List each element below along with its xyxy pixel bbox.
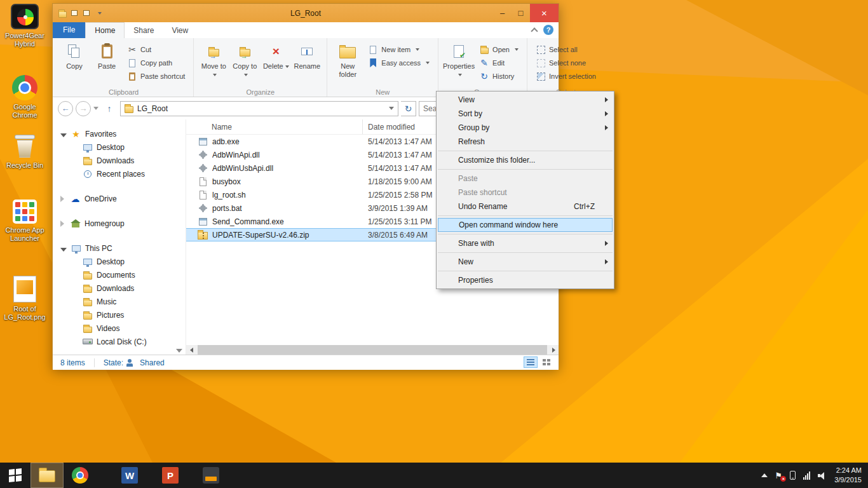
taskbar-chrome-button[interactable] [64,463,97,488]
device-icon[interactable] [790,471,796,480]
scroll-left-icon[interactable] [186,345,196,355]
horizontal-scrollbar[interactable] [186,345,559,355]
sidebar-item-pc-music[interactable]: Music [53,295,186,308]
sidebar-item-pc-local-disk[interactable]: Local Disk (C:) [53,335,186,348]
sidebar-item-pc-videos[interactable]: Videos [53,322,186,335]
minimize-button[interactable]: – [493,4,512,22]
tab-home[interactable]: Home [85,22,125,38]
edit-button[interactable]: ✎ Edit [476,57,522,69]
tab-share[interactable]: Share [125,23,163,38]
action-center-flag-icon[interactable]: ⚑× [775,471,783,480]
app-launcher-icon [13,200,37,224]
forward-button[interactable]: → [76,101,91,116]
network-icon[interactable] [803,471,810,480]
paste-button[interactable]: Paste [92,40,122,71]
maximize-button[interactable]: □ [512,4,530,22]
expander-icon[interactable] [60,220,66,227]
invert-selection-icon [536,71,546,81]
rename-button[interactable]: Rename [292,40,322,71]
sidebar-item-pc-documents[interactable]: Documents [53,268,186,281]
show-hidden-icons-button[interactable] [761,473,768,477]
up-button[interactable]: ↑ [101,101,118,116]
taskbar-powerpoint-button[interactable]: P [154,463,187,488]
sidebar-item-pc-desktop[interactable]: Desktop [53,255,186,268]
new-item-button[interactable]: New item [365,43,433,56]
delete-button[interactable]: × Delete [261,40,290,71]
context-menu-item-open-command-window-here[interactable]: Open command window here [438,218,613,232]
desktop-icon-lgroot-png[interactable]: Root of LG_Root.png [1,276,48,322]
refresh-button[interactable]: ↻ [401,101,416,116]
taskbar-word-button[interactable]: W [113,463,146,488]
expander-icon[interactable] [60,248,67,252]
context-menu-item-sort-by[interactable]: Sort by [437,107,614,121]
ribbon: Copy Paste ✂ Cut Copy path Paste shortcu… [53,38,559,97]
breadcrumb-location[interactable]: LG_Root [137,104,168,113]
breadcrumb[interactable]: LG_Root [120,101,398,116]
context-menu-item-properties[interactable]: Properties [437,273,614,287]
expander-icon[interactable] [60,196,66,202]
context-menu-item-view[interactable]: View [437,93,614,107]
exe-file-icon [198,218,208,226]
context-menu-item-group-by[interactable]: Group by [437,121,614,135]
desktop-icon-app-launcher[interactable]: Chrome App Launcher [1,200,48,243]
copy-button[interactable]: Copy [59,40,90,71]
sidebar-item-favorites[interactable]: ★ Favorites [53,127,186,140]
taskbar-explorer-button[interactable] [31,463,64,488]
sidebar-item-pc-downloads[interactable]: Downloads [53,281,186,295]
sidebar-item-homegroup[interactable]: Homegroup [53,217,186,230]
desktop-icon-label: Power4Gear Hybrid [1,32,48,48]
column-header-name[interactable]: Name [186,119,363,134]
scrollbar-thumb[interactable] [198,345,547,355]
move-to-button[interactable]: → Move to [199,40,228,78]
back-button[interactable]: ← [58,101,73,116]
tab-view[interactable]: View [163,23,197,38]
help-icon[interactable]: ? [543,25,553,35]
documents-folder-icon [82,271,93,280]
context-menu-item-undo-rename[interactable]: Undo Rename Ctrl+Z [437,200,614,214]
sidebar-item-desktop[interactable]: Desktop [53,140,186,154]
icons-view-button[interactable] [539,356,553,368]
invert-selection-button[interactable]: Invert selection [532,70,599,83]
scroll-right-icon[interactable] [548,345,559,355]
desktop-icon-chrome[interactable]: Google Chrome [1,75,48,119]
cut-button[interactable]: ✂ Cut [124,43,188,56]
select-none-button[interactable]: Select none [532,57,599,69]
image-file-icon [13,276,36,302]
exe-file-icon [198,138,208,146]
taskbar-clock[interactable]: 2:24 AM 3/9/2015 [834,466,862,485]
sidebar-item-downloads[interactable]: Downloads [53,154,186,167]
context-menu-item-refresh[interactable]: Refresh [437,135,614,149]
close-button[interactable]: × [530,4,559,22]
tab-file[interactable]: File [53,22,85,38]
taskbar-lgtool-button[interactable] [194,463,227,488]
easy-access-button[interactable]: Easy access [365,57,433,69]
collapse-ribbon-icon[interactable] [531,27,538,34]
context-menu-item-customize-this-folder[interactable]: Customize this folder... [437,153,614,167]
properties-button[interactable]: ✔ Properties [444,40,474,78]
details-view-button[interactable] [524,356,538,368]
volume-icon[interactable] [818,471,827,479]
context-menu-item-new[interactable]: New [437,255,614,269]
context-menu-item-share-with[interactable]: Share with [437,236,614,250]
copy-path-button[interactable]: Copy path [124,57,188,69]
copy-path-icon [127,58,137,68]
navigation-pane: ★ Favorites Desktop Downloads Recent pla… [53,119,186,355]
desktop-icon-power4gear[interactable]: Power4Gear Hybrid [1,4,48,48]
new-folder-button[interactable]: New folder [332,40,363,78]
address-dropdown-icon[interactable] [389,107,394,110]
select-all-button[interactable]: Select all [532,43,599,56]
expander-icon[interactable] [60,133,67,137]
menu-separator [438,252,613,253]
sidebar-item-recent-places[interactable]: Recent places [53,167,186,180]
sidebar-item-onedrive[interactable]: ☁ OneDrive [53,192,186,205]
desktop-icon-recycle-bin[interactable]: Recycle Bin [1,132,48,170]
recent-locations-icon[interactable] [93,107,98,110]
open-button[interactable]: Open [476,43,522,56]
start-button[interactable] [0,463,31,488]
navpane-scroll-down-icon[interactable] [176,349,182,353]
copy-to-button[interactable]: → Copy to [230,40,259,78]
history-button[interactable]: ↻ History [476,70,522,83]
sidebar-item-this-pc[interactable]: This PC [53,241,186,255]
paste-shortcut-button[interactable]: Paste shortcut [124,70,188,83]
sidebar-item-pc-pictures[interactable]: Pictures [53,308,186,322]
